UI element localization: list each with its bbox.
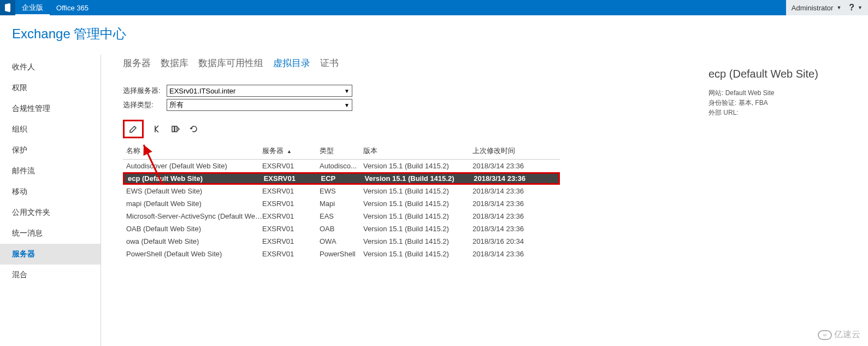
cell-type: OAB <box>320 225 363 233</box>
table-row[interactable]: EWS (Default Web Site)EXSRV01EWSVersion … <box>123 185 560 197</box>
table-row[interactable]: OAB (Default Web Site)EXSRV01OABVersion … <box>123 222 560 235</box>
cell-type: EAS <box>320 212 363 220</box>
sidebar-item-8[interactable]: 统一消息 <box>0 223 101 244</box>
cell-type: Autodisco... <box>320 162 363 170</box>
office365-link[interactable]: Office 365 <box>50 4 95 12</box>
cell-name: EWS (Default Web Site) <box>123 187 262 195</box>
sidebar: 收件人权限合规性管理组织保护邮件流移动公用文件夹统一消息服务器混合 <box>0 55 101 346</box>
cell-server: EXSRV01 <box>262 187 320 195</box>
sidebar-item-10[interactable]: 混合 <box>0 265 101 285</box>
col-server[interactable]: 服务器 <box>262 146 320 156</box>
tab-4[interactable]: 证书 <box>320 57 339 69</box>
help-icon[interactable]: ? <box>849 3 854 13</box>
cell-name: PowerShell (Default Web Site) <box>123 250 262 258</box>
cell-type: PowerShell <box>320 250 363 258</box>
cell-type: EWS <box>320 187 363 195</box>
server-filter-label: 选择服务器: <box>123 86 167 96</box>
filters: 选择服务器: EXSrv01.ITSoul.inter ▼ 选择类型: 所有 ▼ <box>123 85 703 111</box>
detail-auth: 身份验证: 基本, FBA <box>708 98 851 108</box>
office-logo-icon <box>0 0 15 15</box>
virtual-dir-table: 名称 服务器 类型 版本 上次修改时间 Autodiscover (Defaul… <box>123 143 560 260</box>
table-header: 名称 服务器 类型 版本 上次修改时间 <box>123 143 560 160</box>
edit-button[interactable] <box>128 124 139 134</box>
cell-modified: 2018/3/16 20:34 <box>473 237 557 245</box>
edition-tab[interactable]: 企业版 <box>15 0 50 15</box>
cell-version: Version 15.1 (Build 1415.2) <box>363 212 473 220</box>
table-row[interactable]: ecp (Default Web Site)EXSRV01ECPVersion … <box>123 172 560 185</box>
toolbar <box>123 118 703 140</box>
type-select-value: 所有 <box>169 100 184 110</box>
chevron-down-icon: ▼ <box>836 5 841 10</box>
cell-server: EXSRV01 <box>262 237 320 245</box>
col-modified[interactable]: 上次修改时间 <box>473 146 557 156</box>
reset-button[interactable] <box>151 124 162 134</box>
cell-modified: 2018/3/14 23:36 <box>473 225 557 233</box>
tab-2[interactable]: 数据库可用性组 <box>198 57 263 69</box>
sidebar-item-3[interactable]: 组织 <box>0 119 101 140</box>
cell-modified: 2018/3/14 23:36 <box>473 187 557 195</box>
user-menu[interactable]: Administrator ▼ ? ▼ <box>786 0 868 15</box>
sidebar-item-0[interactable]: 收件人 <box>0 57 101 78</box>
detail-pane: ecp (Default Web Site) 网站: Default Web S… <box>703 57 856 346</box>
col-version[interactable]: 版本 <box>363 146 473 156</box>
table-row[interactable]: Autodiscover (Default Web Site)EXSRV01Au… <box>123 160 560 172</box>
sidebar-item-2[interactable]: 合规性管理 <box>0 98 101 119</box>
table-row[interactable]: Microsoft-Server-ActiveSync (Default Web… <box>123 210 560 222</box>
sidebar-item-6[interactable]: 移动 <box>0 181 101 202</box>
cell-server: EXSRV01 <box>264 174 321 183</box>
watermark: ∞ 亿速云 <box>818 329 860 341</box>
cell-server: EXSRV01 <box>262 200 320 208</box>
detail-ext-url: 外部 URL: <box>708 108 851 118</box>
cell-version: Version 15.1 (Build 1415.2) <box>363 225 473 233</box>
detail-site: 网站: Default Web Site <box>708 88 851 98</box>
col-name[interactable]: 名称 <box>123 146 262 156</box>
cell-server: EXSRV01 <box>262 162 320 170</box>
tab-1[interactable]: 数据库 <box>161 57 188 69</box>
cell-name: mapi (Default Web Site) <box>123 200 262 208</box>
cell-modified: 2018/3/14 23:36 <box>473 212 557 220</box>
tabs: 服务器数据库数据库可用性组虚拟目录证书 <box>123 57 703 69</box>
sidebar-item-1[interactable]: 权限 <box>0 78 101 98</box>
edit-button-highlight <box>123 120 144 138</box>
cell-version: Version 15.1 (Build 1415.2) <box>363 237 473 245</box>
chevron-down-icon: ▼ <box>858 5 863 10</box>
sidebar-item-9[interactable]: 服务器 <box>0 244 101 265</box>
page-title: Exchange 管理中心 <box>0 15 868 55</box>
cell-name: owa (Default Web Site) <box>123 237 262 245</box>
cell-modified: 2018/3/14 23:36 <box>473 162 557 170</box>
user-name: Administrator <box>792 4 834 12</box>
chevron-down-icon: ▼ <box>344 102 350 108</box>
sidebar-item-4[interactable]: 保护 <box>0 140 101 161</box>
svg-rect-1 <box>175 126 177 132</box>
cell-server: EXSRV01 <box>262 212 320 220</box>
cell-version: Version 15.1 (Build 1415.2) <box>363 200 473 208</box>
server-select-value: EXSrv01.ITSoul.inter <box>169 87 235 95</box>
refresh-button[interactable] <box>188 124 199 134</box>
col-type[interactable]: 类型 <box>320 146 363 156</box>
cell-name: Autodiscover (Default Web Site) <box>123 162 262 170</box>
type-filter-label: 选择类型: <box>123 100 167 110</box>
tab-3[interactable]: 虚拟目录 <box>273 57 310 69</box>
cell-server: EXSRV01 <box>262 225 320 233</box>
chevron-down-icon: ▼ <box>344 88 350 94</box>
watermark-icon: ∞ <box>818 330 832 340</box>
watermark-text: 亿速云 <box>834 329 860 341</box>
type-select[interactable]: 所有 ▼ <box>167 99 352 111</box>
svg-rect-0 <box>172 126 174 132</box>
table-row[interactable]: PowerShell (Default Web Site)EXSRV01Powe… <box>123 248 560 260</box>
cell-modified: 2018/3/14 23:36 <box>473 250 557 258</box>
cell-version: Version 15.1 (Build 1415.2) <box>363 250 473 258</box>
sidebar-item-7[interactable]: 公用文件夹 <box>0 202 101 223</box>
cell-type: ECP <box>321 174 365 183</box>
server-select[interactable]: EXSrv01.ITSoul.inter ▼ <box>167 85 352 97</box>
table-row[interactable]: mapi (Default Web Site)EXSRV01MapiVersio… <box>123 197 560 210</box>
cell-name: Microsoft-Server-ActiveSync (Default Web… <box>123 212 262 220</box>
table-row[interactable]: owa (Default Web Site)EXSRV01OWAVersion … <box>123 235 560 248</box>
cell-type: Mapi <box>320 200 363 208</box>
top-bar: 企业版 Office 365 Administrator ▼ ? ▼ <box>0 0 868 15</box>
cell-version: Version 15.1 (Build 1415.2) <box>363 162 473 170</box>
sidebar-item-5[interactable]: 邮件流 <box>0 161 101 181</box>
columns-button[interactable] <box>170 124 181 134</box>
cell-name: OAB (Default Web Site) <box>123 225 262 233</box>
tab-0[interactable]: 服务器 <box>123 57 151 69</box>
